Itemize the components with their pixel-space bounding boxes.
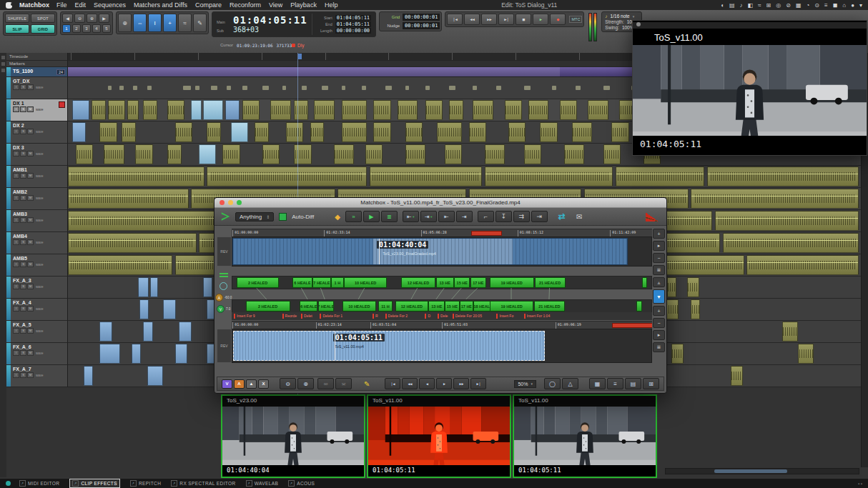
menubar-status-icon[interactable]: ◎ [776, 2, 781, 9]
segment-nav-button[interactable]: ⇥ [456, 211, 473, 222]
audio-clip[interactable] [425, 100, 443, 120]
audio-clip[interactable] [76, 144, 93, 164]
edit-marker[interactable]: R [373, 314, 378, 318]
audio-clip[interactable] [127, 100, 138, 120]
edit-marker[interactable]: Reorde [282, 314, 297, 318]
video-badge[interactable]: V [217, 305, 225, 313]
audio-clip[interactable] [370, 166, 482, 186]
matchbox-titlebar[interactable]: Matchbox - ToS_v11.00.mp4_fr_ToS_v23.00_… [214, 198, 666, 208]
menu-item[interactable]: Reconform [230, 1, 261, 9]
view-option-icon[interactable]: ▦ [589, 378, 606, 389]
audio-clip[interactable] [437, 122, 462, 142]
zoom-preset-2[interactable]: 2 [72, 24, 81, 33]
audio-clip[interactable] [485, 166, 613, 186]
track-header[interactable]: AMB2ISMwave [6, 188, 68, 210]
audio-clip[interactable] [104, 144, 124, 164]
track-m-button[interactable]: M [27, 129, 34, 134]
healed-segment[interactable]: 21 HEALED [535, 277, 566, 288]
edit-marker[interactable]: Delete For 20:05 [453, 314, 482, 318]
track-name[interactable]: FX_A_3 [11, 277, 44, 283]
nudge-label[interactable]: Nudge [381, 24, 400, 28]
menubar-status-icon[interactable]: ⌂ [842, 2, 846, 9]
comparison-thumbnail-window[interactable]: ToS_v11.0001:04:05:11 [513, 394, 657, 478]
audio-clip[interactable] [671, 344, 684, 364]
app-menu[interactable]: Matchbox [19, 1, 49, 9]
audio-clip[interactable] [469, 122, 486, 142]
track-name[interactable]: AMB2 [11, 188, 44, 194]
audio-clip[interactable] [143, 100, 157, 120]
healed-segment[interactable]: 2 HEALED [237, 277, 279, 288]
menu-item[interactable]: Playback [290, 1, 317, 9]
audio-clip[interactable] [473, 86, 477, 90]
track-header[interactable]: DX 2ISMwave [6, 121, 68, 144]
audio-clip[interactable] [135, 144, 152, 164]
audio-clip[interactable] [746, 255, 859, 275]
reference-video-track[interactable]: 01:04:40:04 ToS_v23.00_FinalGraded.mp4 [232, 236, 652, 267]
track-m-button[interactable]: M [27, 151, 34, 156]
audio-clip[interactable] [707, 166, 859, 186]
track-i-button[interactable]: I [13, 129, 19, 134]
audio-clip[interactable] [664, 255, 744, 275]
sync-circle-icon[interactable] [220, 282, 227, 290]
comparison-thumbnail-window[interactable]: ToS_v11.0001:04:05:11 [367, 394, 511, 478]
audio-clip[interactable] [138, 277, 149, 297]
audio-clip[interactable] [68, 211, 228, 231]
audio-clip[interactable] [68, 255, 172, 275]
menu-icon[interactable] [220, 273, 228, 279]
track-m-button[interactable]: M [27, 372, 34, 378]
dock-item[interactable]: ↗MIDI EDITOR [19, 480, 59, 487]
healed-segment[interactable]: 15 HE [454, 277, 470, 288]
audio-clip[interactable] [576, 86, 581, 90]
menubar-status-icon[interactable]: ◔ [806, 2, 809, 9]
audio-clip[interactable] [782, 322, 798, 342]
field-value[interactable]: 00:00:00:00 [335, 28, 371, 34]
audio-clip[interactable] [398, 100, 418, 120]
zoom-window-button[interactable] [237, 200, 242, 205]
track-m-button[interactable]: M [27, 328, 34, 334]
matchbox-zoom-button[interactable]: − [653, 253, 665, 263]
edit-marker[interactable]: D [425, 314, 430, 318]
audio-clip[interactable] [294, 100, 308, 120]
menubar-status-icon[interactable]: ● [851, 2, 854, 9]
segment-nav-button[interactable]: ⇤+ [403, 211, 419, 222]
audio-clip[interactable] [564, 144, 585, 164]
menubar-status-icon[interactable]: ≈ [758, 2, 761, 9]
target-video-track[interactable]: 01:04:05:11 ToS_v11.00.mp4 [232, 329, 652, 363]
audio-clip[interactable] [540, 122, 557, 142]
audio-clip[interactable] [485, 144, 505, 164]
track-header[interactable]: GT_DXISMwave [6, 77, 68, 99]
audio-clip[interactable] [99, 344, 120, 364]
view-option-icon[interactable]: ⊞ [643, 378, 659, 389]
audio-clip[interactable] [798, 344, 814, 364]
track-header[interactable]: FX_A_5ISMwave [6, 321, 68, 343]
matchbox-action-button[interactable]: ≣ [381, 211, 398, 222]
audio-clip[interactable] [203, 100, 224, 120]
video-track-header[interactable]: TS_1100 24 [6, 67, 68, 77]
track-i-button[interactable]: I [13, 173, 19, 179]
menubar-status-icon[interactable]: ▾ [859, 2, 862, 9]
audio-clip[interactable] [167, 100, 184, 120]
edit-tool[interactable]: ⊕ [118, 14, 132, 32]
audio-clip[interactable] [572, 122, 593, 142]
healed-segment[interactable]: 19 HEALED [490, 277, 534, 288]
healed-segment[interactable]: 2 HEALED [246, 301, 290, 312]
track-header[interactable]: AMB3ISMwave [6, 210, 68, 232]
menubar-status-icon[interactable]: ◼ [833, 2, 838, 9]
audio-clip[interactable] [449, 86, 455, 90]
track-header[interactable]: FX_A_3ISMwave [6, 277, 68, 299]
audio-clip[interactable] [207, 122, 221, 142]
viewer-titlebar[interactable] [633, 22, 867, 29]
audio-clip[interactable] [505, 100, 522, 120]
view-option-icon[interactable]: ▤ [625, 378, 641, 389]
segment-nav-button[interactable]: ⇤ [438, 211, 455, 222]
audio-clip[interactable] [405, 144, 426, 164]
matchbox-zoom-button[interactable]: ≣ [653, 265, 665, 275]
field-value[interactable]: 01:04:05:11 [335, 21, 371, 27]
healed-segment[interactable]: 6 HEALE [292, 277, 312, 288]
track-i-button[interactable]: I [13, 284, 19, 289]
transport-nav-button[interactable]: ▶▶ [453, 378, 469, 389]
menubar-status-icon[interactable]: ▦ [796, 2, 802, 9]
healed-segment[interactable]: 11 H [378, 301, 393, 312]
healed-segment[interactable]: 18 HEAL [473, 301, 490, 312]
audio-clip[interactable] [143, 322, 152, 342]
